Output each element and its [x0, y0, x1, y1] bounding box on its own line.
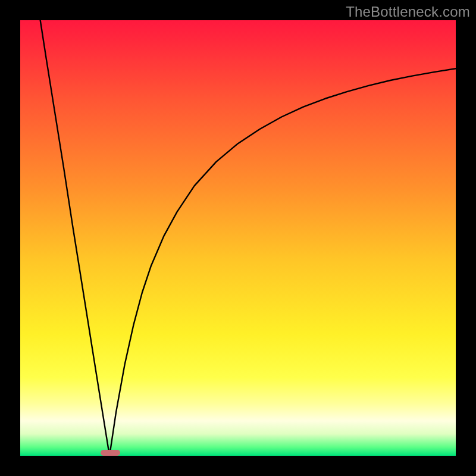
curve-canvas [20, 20, 456, 456]
chart-frame: TheBottleneck.com [0, 0, 476, 476]
plot-area [20, 20, 456, 456]
optimum-marker [101, 450, 120, 456]
watermark-text: TheBottleneck.com [346, 4, 470, 20]
